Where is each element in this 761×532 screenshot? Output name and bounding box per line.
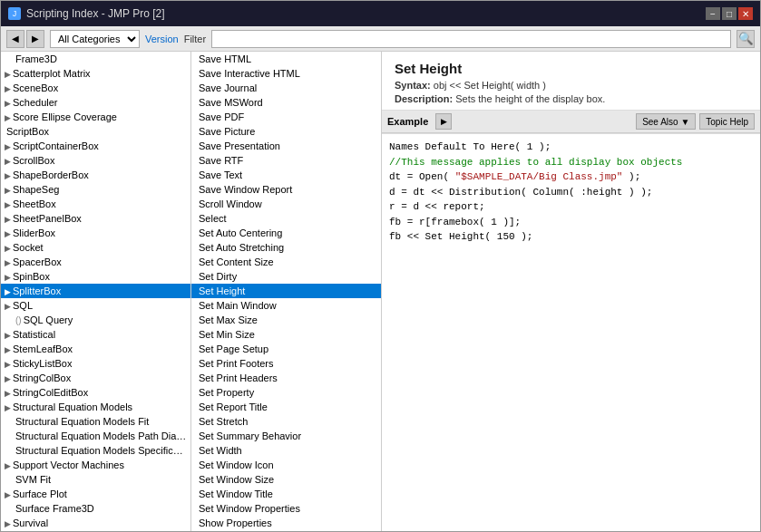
see-also-button[interactable]: See Also ▼	[636, 113, 696, 130]
middle-item[interactable]: Set Window Properties	[191, 501, 381, 516]
middle-item[interactable]: Set Page Setup	[191, 342, 381, 356]
right-header: Set Height Syntax: obj << Set Height( wi…	[382, 52, 760, 111]
middle-item[interactable]: Set Main Window	[191, 298, 381, 313]
middle-item[interactable]: Set Summary Behavior	[191, 429, 381, 443]
middle-item[interactable]: Set Width	[191, 443, 381, 458]
category-select[interactable]: All Categories	[50, 30, 140, 48]
tree-item[interactable]: ▶ScrollBox	[1, 153, 190, 168]
tree-item-label: Score Ellipse Coverage	[13, 111, 117, 122]
tree-item[interactable]: ▶SheetBox	[1, 197, 190, 211]
tree-item[interactable]: SVM Fit	[1, 472, 190, 487]
middle-item[interactable]: Set Print Headers	[191, 371, 381, 385]
tree-item[interactable]: ▶Survival	[1, 516, 190, 530]
tree-item[interactable]: ▶Surface Plot	[1, 487, 190, 501]
tree-item[interactable]: Frame3D	[1, 52, 190, 66]
tree-item[interactable]: Structural Equation Models Fit	[1, 414, 190, 429]
back-button[interactable]: ◀	[6, 30, 24, 48]
middle-item[interactable]: Set Window Title	[191, 487, 381, 501]
middle-item[interactable]: Set Property	[191, 385, 381, 400]
middle-item[interactable]: Set Height	[191, 284, 381, 298]
tree-item[interactable]: ▶SceneBox	[1, 81, 190, 95]
middle-item[interactable]: Set Report Title	[191, 400, 381, 414]
expand-icon: ▶	[5, 273, 11, 282]
middle-item[interactable]: Set Min Size	[191, 327, 381, 342]
tree-item[interactable]: ▶SpinBox	[1, 269, 190, 284]
tree-item[interactable]: ▶StickyListBox	[1, 356, 190, 371]
middle-item[interactable]: Save HTML	[191, 52, 381, 66]
tree-item-label: SpinBox	[13, 271, 50, 282]
tree-item[interactable]: ▶Support Vector Machines	[1, 458, 190, 472]
search-button[interactable]: 🔍	[737, 30, 755, 48]
middle-item[interactable]: Set Window Icon	[191, 458, 381, 472]
tree-item[interactable]: ▶ShapeSeg	[1, 182, 190, 197]
tree-item[interactable]: ▶Socket	[1, 240, 190, 255]
middle-item[interactable]: Show Properties	[191, 516, 381, 530]
middle-item[interactable]: Save Text	[191, 168, 381, 182]
middle-item[interactable]: Save Window Report	[191, 182, 381, 197]
search-input[interactable]	[211, 30, 731, 48]
middle-item[interactable]: Set Dirty	[191, 269, 381, 284]
tree-item[interactable]: ▶StringColBox	[1, 371, 190, 385]
tree-item-label: SQL Query	[24, 314, 73, 325]
middle-item[interactable]: Set Auto Centering	[191, 226, 381, 240]
tree-item[interactable]: ()SQL Query	[1, 313, 190, 327]
middle-item[interactable]: Save Presentation	[191, 139, 381, 153]
tree-item[interactable]: ▶SheetPanelBox	[1, 211, 190, 226]
tree-item[interactable]: ▶SliderBox	[1, 226, 190, 240]
tree-item[interactable]: ▶ScriptContainerBox	[1, 139, 190, 153]
code-line: r = d << report;	[389, 199, 753, 215]
tree-item[interactable]: ▶Scheduler	[1, 95, 190, 110]
tree-item[interactable]: ▶SpacerBox	[1, 255, 190, 269]
middle-item[interactable]: Save MSWord	[191, 95, 381, 110]
middle-item[interactable]: Set Print Footers	[191, 356, 381, 371]
minimize-button[interactable]: −	[706, 7, 720, 20]
close-button[interactable]: ✕	[738, 7, 753, 20]
middle-item[interactable]: Save Picture	[191, 124, 381, 139]
tree-item[interactable]: Surface Frame3D	[1, 501, 190, 516]
tree-item[interactable]: ▶SplitterBox	[1, 284, 190, 298]
tree-item[interactable]: ▶StringColEditBox	[1, 385, 190, 400]
tree-item[interactable]: ▶Score Ellipse Coverage	[1, 110, 190, 124]
code-line: fb << Set Height( 150 );	[389, 229, 753, 245]
middle-item[interactable]: Show Tree Structure	[191, 530, 381, 531]
topic-help-button[interactable]: Topic Help	[699, 113, 755, 130]
tree-item[interactable]: ▶Scatterplot Matrix	[1, 66, 190, 81]
tree-item-label: Surface Frame3D	[15, 503, 94, 514]
middle-item[interactable]: Save PDF	[191, 110, 381, 124]
tree-item[interactable]: Competing Causes	[1, 530, 190, 531]
tree-item[interactable]: ▶StemLeafBox	[1, 342, 190, 356]
middle-item[interactable]: Set Max Size	[191, 313, 381, 327]
play-button[interactable]: ▶	[435, 113, 452, 130]
expand-icon: ▶	[5, 389, 11, 398]
nav-buttons: ◀ ▶	[6, 30, 44, 48]
tree-item[interactable]: ▶ShapeBorderBox	[1, 168, 190, 182]
forward-button[interactable]: ▶	[26, 30, 44, 48]
middle-item[interactable]: Set Stretch	[191, 414, 381, 429]
middle-item[interactable]: Select	[191, 211, 381, 226]
example-label: Example	[387, 116, 428, 127]
middle-item[interactable]: Save Journal	[191, 81, 381, 95]
middle-item[interactable]: Set Content Size	[191, 255, 381, 269]
middle-item-label: Set Report Title	[199, 401, 268, 412]
tree-item[interactable]: ▶Structural Equation Models	[1, 400, 190, 414]
version-link[interactable]: Version	[145, 34, 179, 44]
tree-item-label: SpacerBox	[13, 256, 62, 267]
maximize-button[interactable]: □	[722, 7, 737, 20]
desc-label: Description:	[395, 93, 453, 104]
tree-item[interactable]: ▶SQL	[1, 298, 190, 313]
code-line: dt = Open( "$SAMPLE_DATA/Big Class.jmp" …	[389, 169, 753, 185]
middle-item[interactable]: Set Auto Stretching	[191, 240, 381, 255]
tree-item[interactable]: Structural Equation Models Specification	[1, 443, 190, 458]
tree-item[interactable]: ScriptBox	[1, 124, 190, 139]
tree-item-label: SVM Fit	[15, 474, 51, 485]
code-line: fb = r[framebox( 1 )];	[389, 215, 753, 230]
expand-icon: ▶	[5, 331, 11, 340]
middle-item[interactable]: Set Window Size	[191, 472, 381, 487]
tree-item[interactable]: ▶Statistical	[1, 327, 190, 342]
middle-item[interactable]: Save Interactive HTML	[191, 66, 381, 81]
function-icon: ()	[15, 315, 22, 325]
middle-item[interactable]: Save RTF	[191, 153, 381, 168]
tree-item[interactable]: Structural Equation Models Path Diagram	[1, 429, 190, 443]
main-window: J Scripting Index - JMP Pro [2] − □ ✕ ◀ …	[0, 0, 761, 532]
middle-item[interactable]: Scroll Window	[191, 197, 381, 211]
